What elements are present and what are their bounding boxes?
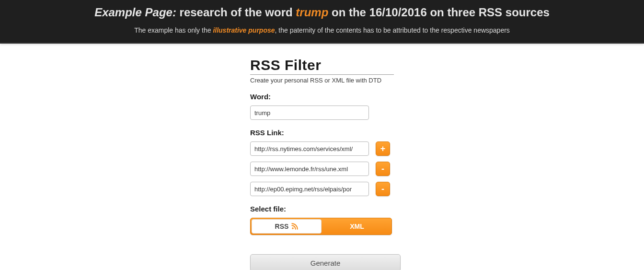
add-link-button[interactable]: + [376, 141, 390, 156]
rss-link-input[interactable] [250, 182, 369, 196]
banner-text-before: research of the word [176, 6, 296, 19]
banner-text-after: on the 16/10/2016 on three RSS sources [328, 6, 550, 19]
banner-sub-before: The example has only the [134, 26, 213, 34]
select-file-block: Select file: RSS XML [250, 205, 394, 235]
segment-xml[interactable]: XML [322, 218, 391, 235]
svg-point-0 [292, 227, 294, 229]
app-title: RSS Filter [250, 57, 394, 73]
word-input[interactable] [250, 106, 369, 120]
link-row: + [250, 141, 394, 156]
segment-xml-label: XML [350, 223, 364, 230]
link-row: - [250, 162, 394, 176]
file-type-segmented: RSS XML [250, 218, 392, 235]
banner-subtitle: The example has only the illustrative pu… [10, 26, 634, 34]
example-banner: Example Page: research of the word trump… [0, 0, 644, 44]
segment-rss-label: RSS [275, 223, 289, 230]
word-label: Word: [250, 93, 394, 101]
rss-link-input[interactable] [250, 162, 369, 176]
segment-rss[interactable]: RSS [252, 219, 322, 234]
app-subtitle: Create your personal RSS or XML file wit… [250, 77, 394, 84]
banner-prefix: Example Page: [94, 6, 176, 19]
form-container: RSS Filter Create your personal RSS or X… [250, 57, 394, 270]
banner-sub-em: illustrative purpose [213, 26, 275, 34]
rss-link-input[interactable] [250, 141, 369, 156]
banner-sub-after: , the paternity of the contents has to b… [275, 26, 510, 34]
rss-icon [291, 223, 298, 230]
title-divider [250, 74, 394, 75]
banner-keyword: trump [296, 6, 328, 19]
generate-button[interactable]: Generate [250, 254, 401, 270]
banner-title: Example Page: research of the word trump… [10, 5, 634, 20]
rss-link-label: RSS Link: [250, 129, 394, 137]
word-field-block: Word: [250, 93, 394, 120]
remove-link-button[interactable]: - [376, 182, 390, 196]
links-field-block: RSS Link: + - - [250, 129, 394, 196]
select-file-label: Select file: [250, 205, 394, 213]
link-row: - [250, 182, 394, 196]
remove-link-button[interactable]: - [376, 162, 390, 176]
